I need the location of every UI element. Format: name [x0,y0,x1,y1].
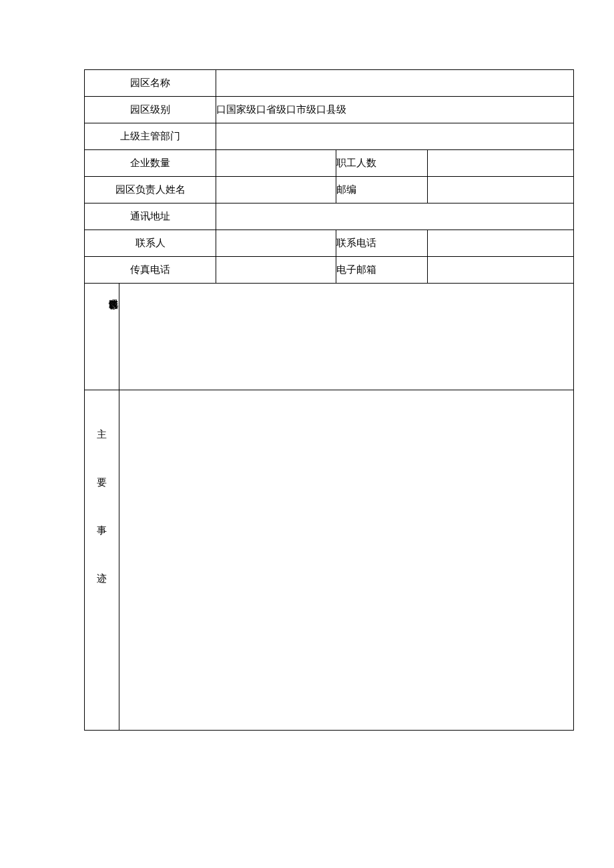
row-supervisor-dept: 上级主管部门 [85,123,574,150]
row-enterprise-count: 企业数量 职工人数 [85,150,574,177]
value-supervisor-dept[interactable] [216,123,574,150]
row-address: 通讯地址 [85,203,574,230]
form-table: 园区名称 园区级别 口国家级口省级口市级口县级 上级主管部门 企业数量 职工人数… [84,69,574,731]
label-commendation: 曾获表彰情况 [85,284,119,390]
row-commendation: 曾获表彰情况 [85,284,574,390]
value-contact[interactable] [216,230,336,257]
row-deeds: 主 要 事 迹 [85,390,574,731]
label-deeds: 主 要 事 迹 [85,390,119,731]
label-park-name: 园区名称 [85,70,216,97]
value-contact-phone[interactable] [428,230,574,257]
value-leader-name[interactable] [216,177,336,203]
row-contact: 联系人 联系电话 [85,230,574,257]
label-email: 电子邮箱 [336,257,428,284]
label-supervisor-dept: 上级主管部门 [85,123,216,150]
value-email[interactable] [428,257,574,284]
value-employee-count[interactable] [428,150,574,177]
label-fax: 传真电话 [85,257,216,284]
value-enterprise-count[interactable] [216,150,336,177]
row-park-name: 园区名称 [85,70,574,97]
value-deeds[interactable] [119,390,574,731]
row-fax: 传真电话 电子邮箱 [85,257,574,284]
value-postcode[interactable] [428,177,574,203]
value-commendation[interactable] [119,284,574,390]
value-park-name[interactable] [216,70,574,97]
document-page: 园区名称 园区级别 口国家级口省级口市级口县级 上级主管部门 企业数量 职工人数… [0,0,614,868]
label-enterprise-count: 企业数量 [85,150,216,177]
label-park-level: 园区级别 [85,97,216,123]
value-address[interactable] [216,203,574,230]
label-contact: 联系人 [85,230,216,257]
label-contact-phone: 联系电话 [336,230,428,257]
row-park-level: 园区级别 口国家级口省级口市级口县级 [85,97,574,123]
value-fax[interactable] [216,257,336,284]
label-employee-count: 职工人数 [336,150,428,177]
value-park-level[interactable]: 口国家级口省级口市级口县级 [216,97,574,123]
label-leader-name: 园区负责人姓名 [85,177,216,203]
label-address: 通讯地址 [85,203,216,230]
row-leader-name: 园区负责人姓名 邮编 [85,177,574,203]
label-postcode: 邮编 [336,177,428,203]
